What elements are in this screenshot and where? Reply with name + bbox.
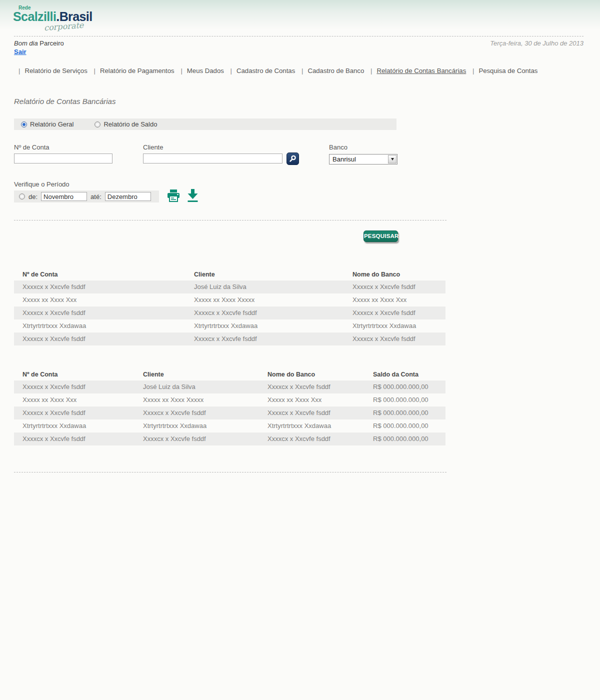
conta-input[interactable]	[14, 154, 112, 164]
column-header: Nome do Banco	[344, 270, 446, 280]
cell-saldo: R$ 000.000.000,00	[364, 420, 446, 432]
cell-saldo: R$ 000.000.000,00	[364, 432, 446, 446]
period-ate-label: até:	[90, 193, 102, 200]
nav-item[interactable]: Relatório de Serviços	[24, 67, 87, 74]
pesquisar-button[interactable]: PESQUISAR	[364, 230, 398, 242]
column-header: Saldo da Conta	[364, 370, 446, 380]
cell-cliente: José Luiz da Silva	[186, 280, 344, 294]
radio-button-icon[interactable]	[94, 122, 100, 128]
brand-logo: Rede Scalzilli.Brasil corporate	[13, 5, 92, 31]
cell-banco: Xxxxcx x Xxcvfe fsddf	[344, 280, 446, 294]
cell-conta: Xtrtyrtrtrtxxx Xxdawaa	[14, 320, 186, 332]
nav-cell: Pesquisa de Contas	[468, 67, 538, 74]
report-type-label: Relatório de Saldo	[104, 120, 157, 128]
cell-saldo: R$ 000.000.000,00	[364, 406, 446, 420]
period-radio-button[interactable]	[19, 194, 25, 200]
print-icon	[166, 189, 180, 202]
nav-cell: Cadastro de Banco	[297, 67, 364, 74]
download-button[interactable]	[186, 188, 200, 205]
report-type-option[interactable]: Relatório Geral	[21, 120, 74, 128]
cell-cliente: José Luiz da Silva	[134, 380, 259, 394]
nav-item[interactable]: Relatório de Pagamentos	[100, 67, 174, 74]
table-saldo-header: Nº de ContaClienteNome do BancoSaldo da …	[14, 370, 446, 380]
table-general-header: Nº de ContaClienteNome do Banco	[14, 270, 446, 280]
cell-cliente: Xtrtyrtrtrtxxx Xxdawaa	[134, 420, 259, 432]
nav-cell: Cadastro de Contas	[226, 67, 296, 74]
search-icon	[288, 154, 297, 163]
column-header: Nº de Conta	[14, 370, 134, 380]
cell-banco: Xxxxcx x Xxcvfe fsddf	[259, 380, 364, 394]
nav-item[interactable]: Pesquisa de Contas	[478, 67, 538, 74]
cell-banco: Xxxxx xx Xxxx Xxx	[344, 294, 446, 306]
table-row: Xxxxx xx Xxxx Xxx Xxxxx xx Xxxx Xxxxx Xx…	[14, 394, 446, 406]
nav-item[interactable]: Cadastro de Banco	[308, 67, 364, 74]
chevron-down-icon[interactable]	[388, 155, 396, 164]
table-row: Xxxxx xx Xxxx Xxx Xxxxx xx Xxxx Xxxxx Xx…	[14, 294, 446, 306]
download-icon	[186, 188, 200, 203]
table-saldo: Nº de ContaClienteNome do BancoSaldo da …	[14, 370, 446, 446]
period-de-input[interactable]	[41, 192, 87, 201]
divider-bottom	[14, 472, 446, 472]
greeting: Bom dia Parceiro	[14, 40, 64, 47]
page: Rede Scalzilli.Brasil corporate Bom dia …	[0, 0, 600, 700]
table-row: Xxxxcx x Xxcvfe fsddf Xxxxcx x Xxcvfe fs…	[14, 406, 446, 420]
period-bar: de: até:	[14, 190, 159, 202]
table-saldo-body: Xxxxcx x Xxcvfe fsddf José Luiz da Silva…	[14, 380, 446, 446]
nav-cell: Meus Dados	[176, 67, 224, 74]
nav-item[interactable]: Relatório de Contas Bancárias	[376, 67, 466, 74]
report-type-option[interactable]: Relatório de Saldo	[94, 120, 157, 128]
cell-cliente: Xxxxx xx Xxxx Xxxxx	[134, 394, 259, 406]
divider-middle	[14, 220, 446, 220]
period-ate-input[interactable]	[105, 192, 151, 201]
nav-cell: Relatório de Serviços	[14, 67, 88, 74]
cell-conta: Xtrtyrtrtrtxxx Xxdawaa	[14, 420, 134, 432]
cell-conta: Xxxxcx x Xxcvfe fsddf	[14, 406, 134, 420]
nav-cell: Relatório de Pagamentos	[89, 67, 174, 74]
cliente-label: Cliente	[143, 144, 163, 151]
search-button[interactable]	[286, 152, 299, 165]
cell-conta: Xxxxcx x Xxcvfe fsddf	[14, 380, 134, 394]
cell-cliente: Xxxxcx x Xxcvfe fsddf	[134, 432, 259, 446]
main-nav: Relatório de Serviços Relatório de Pagam…	[14, 67, 538, 74]
cell-cliente: Xxxxcx x Xxcvfe fsddf	[186, 306, 344, 320]
cell-conta: Xxxxx xx Xxxx Xxx	[14, 294, 186, 306]
column-header: Cliente	[134, 370, 259, 380]
radio-button-icon[interactable]	[21, 122, 27, 128]
cell-conta: Xxxxcx x Xxcvfe fsddf	[14, 306, 186, 320]
cell-cliente: Xxxxcx x Xxcvfe fsddf	[134, 406, 259, 420]
banco-select[interactable]: Banrisul	[329, 154, 398, 164]
cell-banco: Xxxxcx x Xxcvfe fsddf	[344, 306, 446, 320]
banco-selected-value: Banrisul	[332, 156, 356, 163]
cell-cliente: Xxxxx xx Xxxx Xxxxx	[186, 294, 344, 306]
cell-banco: Xtrtyrtrtrtxxx Xxdawaa	[259, 420, 364, 432]
nav-item[interactable]: Meus Dados	[187, 67, 224, 74]
cell-banco: Xxxxx xx Xxxx Xxx	[259, 394, 364, 406]
table-row: Xtrtyrtrtrtxxx Xxdawaa Xtrtyrtrtrtxxx Xx…	[14, 420, 446, 432]
cell-cliente: Xtrtyrtrtrtxxx Xxdawaa	[186, 320, 344, 332]
cell-conta: Xxxxcx x Xxcvfe fsddf	[14, 332, 186, 346]
banco-label: Banco	[329, 144, 348, 151]
nav-item[interactable]: Cadastro de Contas	[236, 67, 295, 74]
radio-dot	[22, 123, 26, 126]
column-header: Cliente	[186, 270, 344, 280]
column-header: Nº de Conta	[14, 270, 186, 280]
print-button[interactable]	[166, 189, 180, 204]
logout-link[interactable]: Sair	[14, 48, 26, 56]
table-row: Xxxxcx x Xxcvfe fsddf José Luiz da Silva…	[14, 380, 446, 394]
period-label: Verifique o Período	[14, 180, 70, 188]
table-general: Nº de ContaClienteNome do Banco Xxxxcx x…	[14, 270, 446, 346]
cell-saldo: R$ 000.000.000,00	[364, 380, 446, 394]
cell-banco: Xxxxcx x Xxcvfe fsddf	[259, 406, 364, 420]
conta-label: Nº de Conta	[14, 144, 50, 151]
table-row: Xxxxcx x Xxcvfe fsddf Xxxxcx x Xxcvfe fs…	[14, 332, 446, 346]
divider-top	[14, 36, 584, 36]
cliente-input[interactable]	[143, 154, 282, 164]
user-name: Parceiro	[40, 40, 64, 47]
logo-scalzilli: Scalzilli	[13, 10, 56, 24]
column-header: Nome do Banco	[259, 370, 364, 380]
cell-banco: Xtrtyrtrtrtxxx Xxdawaa	[344, 320, 446, 332]
cell-conta: Xxxxx xx Xxxx Xxx	[14, 394, 134, 406]
table-general-body: Xxxxcx x Xxcvfe fsddf José Luiz da Silva…	[14, 280, 446, 346]
cell-conta: Xxxxcx x Xxcvfe fsddf	[14, 432, 134, 446]
period-de-label: de:	[28, 193, 38, 200]
